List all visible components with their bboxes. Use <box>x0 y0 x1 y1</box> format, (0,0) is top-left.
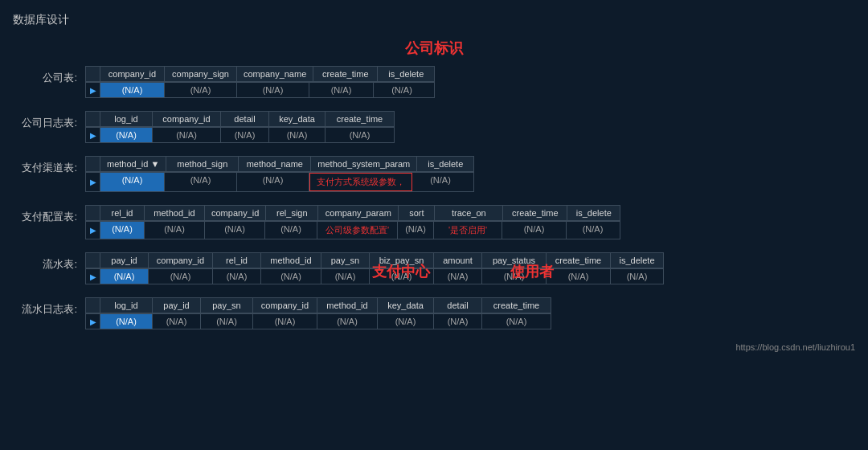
data-cell-5-1: (N/A) <box>153 314 201 329</box>
data-cell-4-7: (N/A) <box>482 269 547 284</box>
data-cell-2-1: (N/A) <box>165 173 237 191</box>
header-cell-4-1: company_id <box>149 253 213 268</box>
header-cell-4-6: amount <box>434 253 482 268</box>
data-cell-5-6: (N/A) <box>434 314 482 329</box>
data-cell-0-2: (N/A) <box>237 83 309 97</box>
header-cell-3-8: is_delete <box>567 206 620 220</box>
header-cell-0-0: company_id <box>100 67 165 81</box>
row-indicator-1: ▶ <box>86 128 100 142</box>
header-cell-0-3: create_time <box>313 67 378 81</box>
header-cell-4-2: rel_id <box>213 253 261 268</box>
header-cell-3-7: create_time <box>503 206 567 220</box>
header-cell-1-4: create_time <box>326 112 394 126</box>
header-cell-2-4: is_delete <box>417 157 473 171</box>
header-cell-4-8: create_time <box>547 253 611 268</box>
table-section-2: 支付渠道表:method_id ▼method_signmethod_namem… <box>13 156 855 192</box>
table-label-0: 公司表: <box>13 66 85 85</box>
data-cell-4-6: (N/A) <box>434 269 482 284</box>
header-cell-5-2: pay_sn <box>201 298 253 313</box>
data-cell-1-2: (N/A) <box>221 128 269 142</box>
table-2: method_id ▼method_signmethod_namemethod_… <box>85 156 474 192</box>
data-cell-0-0: (N/A) <box>100 83 165 97</box>
data-cell-5-3: (N/A) <box>253 314 317 329</box>
table-label-5: 流水日志表: <box>13 297 85 317</box>
header-cell-2-0: method_id ▼ <box>100 157 166 171</box>
data-cell-4-0: (N/A) <box>100 269 149 284</box>
row-indicator-0: ▶ <box>86 83 100 97</box>
header-cell-1-2: detail <box>221 112 269 126</box>
data-cell-3-5: (N/A) <box>398 222 434 239</box>
data-cell-5-4: (N/A) <box>317 314 378 329</box>
header-cell-0-1: company_sign <box>165 67 237 81</box>
data-cell-3-7: (N/A) <box>502 222 567 239</box>
header-cell-3-5: sort <box>399 206 435 220</box>
header-cell-3-2: company_id <box>205 206 266 220</box>
header-cell-5-6: detail <box>434 298 482 313</box>
header-cell-4-4: pay_sn <box>321 253 370 268</box>
header-cell-5-3: company_id <box>253 298 317 313</box>
table-5: log_idpay_idpay_sncompany_idmethod_idkey… <box>85 297 551 329</box>
table-label-4: 流水表: <box>13 252 85 272</box>
header-cell-5-7: create_time <box>482 298 551 313</box>
table-label-1: 公司日志表: <box>13 111 85 130</box>
data-cell-4-9: (N/A) <box>611 269 663 284</box>
page-title: 数据库设计 <box>13 13 855 27</box>
data-cell-4-4: (N/A) <box>321 269 370 284</box>
table-4: pay_idcompany_idrel_idmethod_idpay_snbiz… <box>85 252 664 284</box>
data-cell-0-4: (N/A) <box>374 83 430 97</box>
header-cell-2-1: method_sign <box>166 157 239 171</box>
data-cell-2-2: (N/A) <box>237 173 309 191</box>
data-cell-0-1: (N/A) <box>165 83 237 97</box>
header-cell-4-0: pay_id <box>100 253 149 268</box>
header-title: 公司标识 <box>13 39 855 58</box>
table-section-4: 流水表:pay_idcompany_idrel_idmethod_idpay_s… <box>13 252 855 284</box>
data-cell-5-5: (N/A) <box>378 314 434 329</box>
data-cell-1-1: (N/A) <box>153 128 221 142</box>
table-1: log_idcompany_iddetailkey_datacreate_tim… <box>85 111 395 143</box>
header-cell-0-2: company_name <box>237 67 313 81</box>
table-section-3: 支付配置表:rel_idmethod_idcompany_idrel_signc… <box>13 205 855 239</box>
data-cell-3-1: (N/A) <box>145 222 205 239</box>
header-cell-0-4: is_delete <box>378 67 434 81</box>
header-cell-5-1: pay_id <box>153 298 201 313</box>
header-cell-4-7: pay_status <box>482 253 547 268</box>
data-cell-4-8: (N/A) <box>547 269 611 284</box>
data-cell-3-8: (N/A) <box>567 222 619 239</box>
data-cell-2-4: (N/A) <box>412 173 469 191</box>
data-cell-0-3: (N/A) <box>309 83 374 97</box>
data-cell-3-2: (N/A) <box>205 222 265 239</box>
header-cell-3-0: rel_id <box>100 206 145 220</box>
header-cell-4-9: is_delete <box>611 253 663 268</box>
row-indicator-4: ▶ <box>86 269 100 284</box>
data-cell-3-0: (N/A) <box>100 222 145 239</box>
header-cell-4-5: biz_pay_sn <box>370 253 434 268</box>
data-cell-3-4: 公司级参数配置' <box>317 222 398 239</box>
header-cell-3-6: trace_on <box>435 206 503 220</box>
table-section-0: 公司表:company_idcompany_signcompany_namecr… <box>13 66 855 98</box>
data-cell-5-0: (N/A) <box>100 314 153 329</box>
header-cell-5-4: method_id <box>317 298 378 313</box>
table-label-2: 支付渠道表: <box>13 156 85 175</box>
header-cell-4-3: method_id <box>261 253 321 268</box>
data-cell-2-0: (N/A) <box>100 173 165 191</box>
data-cell-2-3: 支付方式系统级参数， <box>309 173 412 191</box>
header-cell-3-1: method_id <box>145 206 205 220</box>
data-cell-4-2: (N/A) <box>213 269 261 284</box>
data-cell-4-5: (N/A) <box>370 269 434 284</box>
header-cell-1-0: log_id <box>100 112 153 126</box>
header-cell-2-2: method_name <box>239 157 311 171</box>
header-cell-5-5: key_data <box>378 298 434 313</box>
data-cell-1-4: (N/A) <box>326 128 394 142</box>
data-cell-1-3: (N/A) <box>269 128 326 142</box>
data-cell-1-0: (N/A) <box>100 128 153 142</box>
table-3: rel_idmethod_idcompany_idrel_signcompany… <box>85 205 620 239</box>
data-cell-3-3: (N/A) <box>265 222 317 239</box>
header-cell-1-1: company_id <box>153 112 221 126</box>
header-cell-3-4: company_param <box>318 206 399 220</box>
footer-link: https://blog.csdn.net/liuzhirou1 <box>13 342 855 352</box>
data-cell-4-3: (N/A) <box>261 269 321 284</box>
table-section-5: 流水日志表:log_idpay_idpay_sncompany_idmethod… <box>13 297 855 329</box>
table-label-3: 支付配置表: <box>13 205 85 224</box>
row-indicator-2: ▶ <box>86 173 100 191</box>
row-indicator-3: ▶ <box>86 222 100 239</box>
